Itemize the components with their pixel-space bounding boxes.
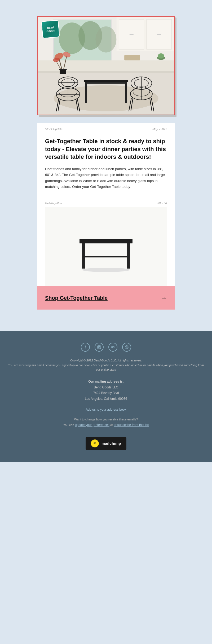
- category-label: Stock Update: [45, 128, 63, 131]
- footer-preferences: Want to change how you receive these ema…: [8, 417, 204, 428]
- svg-rect-53: [59, 69, 67, 70]
- svg-rect-18: [84, 80, 128, 82]
- add-to-address-book-link[interactable]: Add us to your address book: [86, 408, 126, 411]
- footer-section: f Cop: [0, 331, 212, 462]
- svg-rect-19: [85, 82, 87, 103]
- body-copy: Host friends and family for dinner and l…: [45, 166, 167, 190]
- address-line2: Los Angeles, California 90036: [85, 397, 127, 401]
- svg-rect-54: [80, 239, 132, 243]
- footer-copyright: Copyright © 2022 Bend Goods LLC. All rig…: [8, 358, 204, 372]
- spacer: [0, 310, 212, 320]
- cta-button-section[interactable]: Shop Get-Together Table →: [37, 286, 175, 310]
- instagram-icon[interactable]: [95, 343, 104, 352]
- footer-address: Our mailing address is: Bend Goods LLC 7…: [8, 379, 204, 402]
- link-icon[interactable]: [108, 343, 117, 352]
- preferences-line2: You can: [63, 423, 74, 427]
- email-wrapper: Bend Goods Stock Update May - 2022 Get-T…: [0, 0, 212, 462]
- svg-point-61: [100, 346, 100, 347]
- preferences-line1: Want to change how you receive these ema…: [74, 418, 138, 421]
- address-line1: 7424 Beverly Blvd: [93, 391, 119, 395]
- preferences-or: or: [110, 423, 113, 427]
- facebook-icon[interactable]: f: [81, 343, 90, 352]
- hero-frame: Bend Goods: [37, 16, 175, 115]
- company-name: Bend Goods LLC: [94, 386, 118, 389]
- product-name-label: Get-Together: [45, 202, 62, 205]
- svg-rect-20: [125, 82, 127, 103]
- mailchimp-label: mailchimp: [101, 441, 121, 446]
- meta-row: Stock Update May - 2022: [37, 123, 175, 133]
- mailing-address-label: Our mailing address is:: [88, 380, 123, 383]
- svg-rect-9: [130, 34, 134, 35]
- mailchimp-icon: ✉: [91, 439, 99, 447]
- cta-label[interactable]: Shop Get-Together Table: [45, 295, 108, 301]
- svg-rect-13: [124, 55, 140, 60]
- product-meta-row: Get-Together 38 x 38: [45, 202, 167, 205]
- email-container: Bend Goods Stock Update May - 2022 Get-T…: [37, 16, 175, 310]
- product-image-container: [45, 207, 167, 286]
- svg-point-60: [98, 346, 100, 348]
- svg-point-58: [82, 268, 130, 272]
- svg-rect-10: [157, 34, 161, 35]
- social-icons-row: f: [8, 343, 204, 352]
- update-preferences-link[interactable]: update your preferences: [75, 423, 109, 427]
- product-section: Get-Together 38 x 38: [37, 195, 175, 286]
- content-area: Stock Update May - 2022 Get-Together Tab…: [37, 123, 175, 310]
- top-spacer: [0, 8, 212, 16]
- hero-section: Bend Goods: [37, 16, 175, 115]
- headline-section: Get-Together Table in stock & ready to s…: [37, 133, 175, 195]
- cta-arrow-icon: →: [161, 294, 167, 302]
- svg-rect-21: [87, 82, 125, 84]
- svg-rect-57: [83, 256, 129, 257]
- pinterest-icon[interactable]: [122, 343, 131, 352]
- main-headline: Get-Together Table in stock & ready to s…: [45, 137, 167, 161]
- svg-rect-12: [38, 71, 174, 73]
- product-dimensions-label: 38 x 38: [157, 202, 167, 205]
- brand-logo: Bend Goods: [41, 20, 60, 38]
- svg-text:✉: ✉: [94, 442, 96, 445]
- date-label: May - 2022: [152, 128, 167, 131]
- mailchimp-badge[interactable]: ✉ mailchimp: [86, 437, 126, 450]
- unsubscribe-link[interactable]: unsubscribe from this list: [114, 423, 149, 427]
- logo-text: Bend Goods: [46, 26, 55, 33]
- svg-point-15: [158, 53, 164, 59]
- svg-point-5: [95, 26, 116, 53]
